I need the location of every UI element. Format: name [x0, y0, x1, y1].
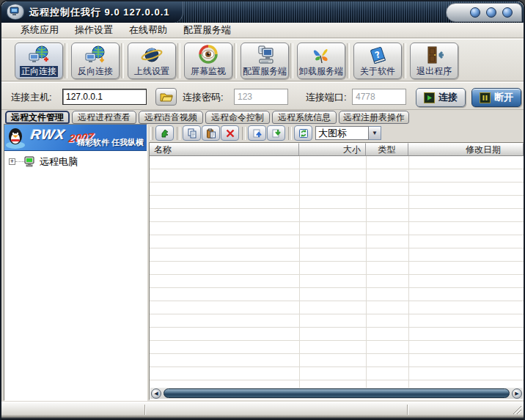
horizontal-scrollbar[interactable]: ◀ ▶: [150, 388, 523, 399]
delete-button[interactable]: [221, 125, 239, 141]
tree-expander[interactable]: +: [9, 158, 15, 165]
main-toolbar: 正向连接 反向连接: [1, 39, 524, 81]
window-controls: [446, 3, 522, 22]
close-button[interactable]: [502, 7, 513, 18]
file-panel: ▼ 名称 大小 类型 修改日期 ◀: [149, 124, 525, 401]
banner-slogan: 精彩软件 任我纵横: [77, 137, 144, 148]
statusbar-divider: [144, 405, 146, 415]
copy-button[interactable]: [183, 125, 201, 141]
column-header-type[interactable]: 类型: [366, 143, 408, 156]
remote-computer-icon: [24, 156, 37, 167]
banner-logo-text: RWX: [29, 127, 66, 143]
scrollbar-thumb[interactable]: [164, 388, 510, 398]
window-title: 远程控制任我行 9.0 127.0.0.1: [29, 6, 170, 19]
tab-remote-file-manage[interactable]: 远程文件管理: [5, 111, 70, 124]
toolbar-exit-button[interactable]: 退出程序: [410, 43, 458, 79]
file-list: 名称 大小 类型 修改日期 ◀ ▶: [149, 142, 524, 400]
toolbar-about-button[interactable]: ? 关于软件: [353, 43, 402, 79]
arrow-left-icon: ◀: [154, 391, 158, 397]
tab-remote-process-view[interactable]: 远程进程查看: [72, 111, 136, 124]
remote-computer-tree[interactable]: + 远程电脑: [4, 151, 147, 169]
menu-operation[interactable]: 操作设置: [75, 23, 113, 37]
column-header-size[interactable]: 大小: [299, 143, 366, 156]
app-window: 远程控制任我行 9.0 127.0.0.1 系统应用 操作设置 在线帮助 配置服…: [0, 0, 525, 420]
column-header-date[interactable]: 修改日期: [408, 143, 524, 156]
tab-strip: 远程文件管理 远程进程查看 远程语音视频 远程命令控制 远程系统信息 远程注册表…: [1, 110, 524, 124]
view-mode-combo[interactable]: [315, 126, 369, 140]
file-list-header: 名称 大小 类型 修改日期: [150, 143, 524, 156]
port-input[interactable]: [352, 89, 406, 105]
window-bottom-frame: [1, 415, 524, 420]
tab-remote-command-control[interactable]: 远程命令控制: [205, 111, 270, 124]
status-bar: [1, 402, 524, 416]
download-icon: [271, 128, 282, 139]
about-software-icon: ?: [366, 44, 389, 70]
toolbar-separator: [177, 127, 180, 140]
menu-config-server[interactable]: 配置服务端: [183, 23, 231, 37]
host-label: 连接主机:: [11, 91, 52, 104]
column-gridline: [299, 156, 300, 388]
open-host-list-button[interactable]: [155, 88, 177, 106]
maximize-button[interactable]: [486, 7, 496, 18]
toolbar-screen-monitor-button[interactable]: 屏幕监视: [184, 43, 232, 79]
scroll-right-button[interactable]: ▶: [512, 388, 522, 399]
titlebar[interactable]: 远程控制任我行 9.0 127.0.0.1: [1, 1, 524, 23]
download-button[interactable]: [267, 125, 285, 141]
go-up-button[interactable]: [155, 125, 174, 141]
tree-item-remote-computer[interactable]: + 远程电脑: [4, 155, 147, 169]
connect-button[interactable]: 连接: [416, 88, 466, 107]
toolbar-configure-server-button[interactable]: 配置服务端: [241, 43, 289, 79]
upload-button[interactable]: [248, 125, 266, 141]
toolbar-separator: [234, 43, 237, 78]
connection-bar: 连接主机: 连接密码: 连接端口: 连接 断开: [1, 82, 524, 110]
connect-button-label: 连接: [438, 91, 458, 104]
chevron-down-icon: ▼: [372, 130, 378, 136]
scroll-left-button[interactable]: ◀: [151, 388, 161, 399]
password-input[interactable]: [234, 89, 288, 105]
paste-button[interactable]: [202, 125, 220, 141]
menu-system[interactable]: 系统应用: [21, 23, 59, 37]
toolbar-uninstall-server-button[interactable]: 卸载服务端: [297, 43, 345, 79]
view-mode-dropdown-button[interactable]: ▼: [369, 126, 381, 140]
open-folder-icon: [160, 92, 173, 102]
toolbar-separator: [288, 127, 292, 140]
refresh-button[interactable]: [294, 125, 312, 141]
column-gridline: [408, 156, 409, 388]
disconnect-button[interactable]: 断开: [471, 88, 521, 107]
statusbar-divider: [407, 405, 408, 415]
tab-remote-registry[interactable]: 远程注册表操作: [339, 111, 409, 124]
menubar: 系统应用 操作设置 在线帮助 配置服务端: [1, 23, 524, 38]
toolbar-separator: [121, 43, 124, 78]
arrow-right-icon: ▶: [515, 391, 518, 397]
paste-icon: [206, 128, 216, 139]
configure-server-icon: [253, 44, 276, 70]
toolbar-forward-connect-button[interactable]: 正向连接: [15, 43, 63, 79]
menu-help[interactable]: 在线帮助: [129, 23, 167, 37]
penguin-mascot-icon: [5, 126, 30, 150]
app-icon[interactable]: [7, 4, 24, 20]
brand-banner: RWX 2007 精彩软件 任我纵横: [4, 125, 147, 151]
toolbar-online-settings-button[interactable]: 上线设置: [128, 43, 176, 79]
file-list-body[interactable]: [150, 156, 524, 388]
online-settings-icon: [140, 44, 164, 70]
tab-remote-system-info[interactable]: 远程系统信息: [272, 111, 337, 124]
file-toolbar: ▼: [149, 124, 525, 142]
host-input[interactable]: [62, 89, 147, 105]
forward-connect-icon: [27, 44, 51, 70]
tab-label: 远程系统信息: [278, 111, 331, 124]
resize-grip[interactable]: [513, 405, 521, 414]
minimize-button[interactable]: [470, 7, 480, 18]
delete-icon: [225, 128, 235, 139]
tree-item-label: 远程电脑: [40, 155, 78, 169]
toolbar-reverse-connect-button[interactable]: 反向连接: [71, 43, 120, 79]
main-area: RWX 2007 精彩软件 任我纵横 + 远程电脑: [1, 124, 524, 402]
password-label: 连接密码:: [183, 91, 224, 104]
column-header-name[interactable]: 名称: [150, 143, 299, 156]
tab-label: 远程文件管理: [11, 111, 64, 124]
uninstall-server-icon: [309, 44, 333, 70]
toolbar-separator: [403, 43, 406, 78]
refresh-icon: [298, 128, 309, 139]
tab-remote-audio-video[interactable]: 远程语音视频: [139, 111, 203, 124]
column-gridline: [366, 156, 367, 388]
port-label: 连接端口:: [306, 91, 347, 104]
